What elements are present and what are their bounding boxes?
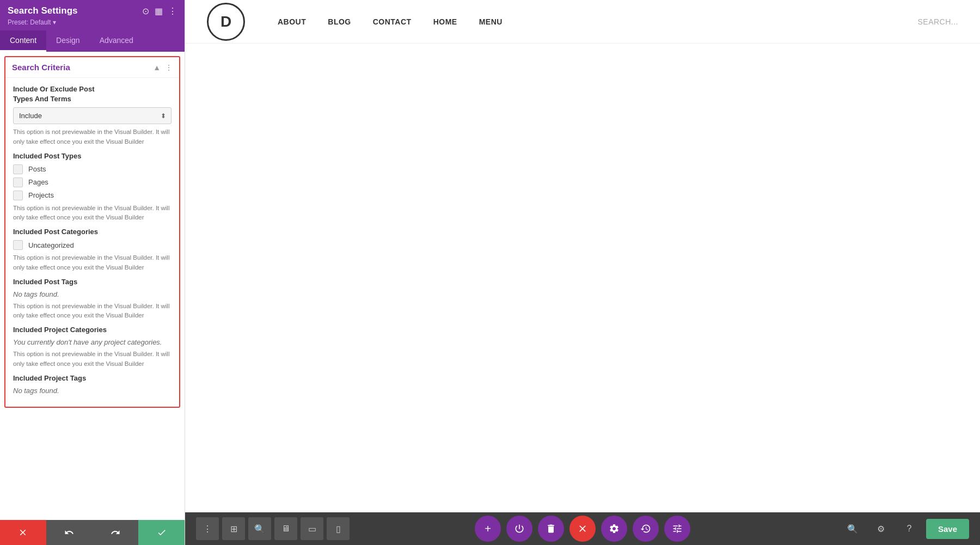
posts-checkbox[interactable] xyxy=(13,164,23,174)
power-button[interactable] xyxy=(506,516,532,542)
close-icon xyxy=(577,523,588,534)
bottom-center-tools: + xyxy=(475,516,690,542)
zoom-icon[interactable]: 🔍 xyxy=(841,517,864,540)
post-types-hint: This option is not previewable in the Vi… xyxy=(13,204,171,223)
sliders-icon xyxy=(672,523,683,534)
undo-button[interactable] xyxy=(46,520,93,545)
uncategorized-label: Uncategorized xyxy=(28,241,74,249)
power-icon xyxy=(514,523,525,534)
sidebar-content: Search Criteria ▲ ⋮ Include Or Exclude P… xyxy=(0,52,185,520)
project-tags-label: Included Project Tags xyxy=(13,374,171,382)
panel-header: Search Criteria ▲ ⋮ xyxy=(5,57,179,78)
project-tags-empty: No tags found. xyxy=(13,387,171,395)
projects-label: Projects xyxy=(28,191,54,199)
sidebar-tabs: Content Design Advanced xyxy=(0,30,185,52)
preview-area: D ABOUT BLOG CONTACT HOME MENU SEARCH...… xyxy=(185,0,980,545)
sidebar-header: Search Settings ⊙ ▦ ⋮ Preset: Default xyxy=(0,0,185,30)
collapse-panel-icon[interactable]: ▲ xyxy=(153,63,161,72)
post-categories-field: Included Post Categories Uncategorized T… xyxy=(13,228,171,272)
preset-selector[interactable]: Preset: Default xyxy=(8,19,177,26)
panel-title: Search Criteria xyxy=(12,63,70,72)
panel-options-icon[interactable]: ⋮ xyxy=(165,63,173,72)
post-categories-hint: This option is not previewable in the Vi… xyxy=(13,253,171,272)
config-icon[interactable]: ⚙ xyxy=(869,517,892,540)
cancel-button[interactable] xyxy=(0,520,46,545)
uncategorized-checkbox-row: Uncategorized xyxy=(13,240,171,250)
adjust-button[interactable] xyxy=(664,516,690,542)
nav-blog[interactable]: BLOG xyxy=(328,17,351,26)
project-tags-field: Included Project Tags No tags found. xyxy=(13,374,171,395)
pages-label: Pages xyxy=(28,178,48,186)
include-exclude-label-2: Types And Terms xyxy=(13,95,71,103)
delete-button[interactable] xyxy=(538,516,564,542)
preview-content xyxy=(185,44,980,512)
sidebar-footer xyxy=(0,520,185,545)
history-button[interactable] xyxy=(633,516,659,542)
tab-content[interactable]: Content xyxy=(0,30,46,52)
settings-button[interactable] xyxy=(601,516,627,542)
search-settings-icon[interactable]: ⊙ xyxy=(142,6,149,16)
toolbar-menu-icon[interactable]: ⋮ xyxy=(196,517,219,540)
toolbar-search-icon[interactable]: 🔍 xyxy=(248,517,271,540)
history-icon xyxy=(640,523,651,534)
include-exclude-field: Include Or Exclude Post Types And Terms … xyxy=(13,84,171,146)
footer-save-button[interactable] xyxy=(138,520,185,545)
toolbar-desktop-icon[interactable]: 🖥 xyxy=(274,517,297,540)
add-button[interactable]: + xyxy=(475,516,501,542)
layout-icon[interactable]: ▦ xyxy=(155,6,163,16)
preview-nav: D ABOUT BLOG CONTACT HOME MENU SEARCH... xyxy=(185,0,980,44)
include-exclude-label-1: Include Or Exclude Post xyxy=(13,85,95,93)
post-tags-field: Included Post Tags No tags found. This o… xyxy=(13,278,171,321)
sidebar-title: Search Settings xyxy=(8,5,78,16)
nav-links: ABOUT BLOG CONTACT HOME MENU SEARCH... xyxy=(278,17,958,26)
projects-checkbox-row: Projects xyxy=(13,191,171,200)
pages-checkbox-row: Pages xyxy=(13,177,171,187)
more-options-icon[interactable]: ⋮ xyxy=(168,6,177,16)
projects-checkbox[interactable] xyxy=(13,191,23,200)
uncategorized-checkbox[interactable] xyxy=(13,240,23,250)
undo-icon xyxy=(64,528,74,537)
toolbar-mobile-icon[interactable]: ▯ xyxy=(327,517,350,540)
redo-button[interactable] xyxy=(93,520,139,545)
checkmark-icon xyxy=(157,528,167,537)
project-categories-field: Included Project Categories You currentl… xyxy=(13,326,171,369)
post-tags-empty: No tags found. xyxy=(13,290,171,298)
site-logo: D xyxy=(207,3,245,41)
nav-search[interactable]: SEARCH... xyxy=(917,17,958,26)
nav-contact[interactable]: CONTACT xyxy=(373,17,412,26)
project-categories-empty: You currently don't have any project cat… xyxy=(13,338,171,346)
redo-icon xyxy=(111,528,120,537)
bottom-left-tools: ⋮ ⊞ 🔍 🖥 ▭ ▯ xyxy=(196,517,350,540)
include-exclude-hint: This option is not previewable in the Vi… xyxy=(13,127,171,146)
pages-checkbox[interactable] xyxy=(13,177,23,187)
close-button[interactable] xyxy=(569,516,596,542)
post-tags-label: Included Post Tags xyxy=(13,278,171,286)
tab-design[interactable]: Design xyxy=(46,30,90,52)
nav-menu[interactable]: MENU xyxy=(479,17,503,26)
trash-icon xyxy=(546,523,556,534)
bottom-right-tools: 🔍 ⚙ ? Save xyxy=(841,517,969,540)
posts-label: Posts xyxy=(28,165,46,173)
post-tags-hint: This option is not previewable in the Vi… xyxy=(13,302,171,321)
post-categories-label: Included Post Categories xyxy=(13,228,171,236)
post-types-field: Included Post Types Posts Pages Projects xyxy=(13,152,171,223)
nav-home[interactable]: HOME xyxy=(433,17,457,26)
settings-icon xyxy=(609,523,620,534)
toolbar-grid-icon[interactable]: ⊞ xyxy=(222,517,245,540)
bottom-toolbar: ⋮ ⊞ 🔍 🖥 ▭ ▯ + xyxy=(185,512,980,545)
post-types-label: Included Post Types xyxy=(13,152,171,160)
include-exclude-select[interactable]: Include Exclude xyxy=(13,107,171,124)
project-categories-label: Included Project Categories xyxy=(13,326,171,334)
nav-about[interactable]: ABOUT xyxy=(278,17,306,26)
posts-checkbox-row: Posts xyxy=(13,164,171,174)
sidebar: Search Settings ⊙ ▦ ⋮ Preset: Default Co… xyxy=(0,0,185,545)
toolbar-tablet-icon[interactable]: ▭ xyxy=(301,517,323,540)
tab-advanced[interactable]: Advanced xyxy=(90,30,143,52)
search-criteria-panel: Search Criteria ▲ ⋮ Include Or Exclude P… xyxy=(4,56,180,408)
save-button[interactable]: Save xyxy=(926,519,969,539)
logo-letter: D xyxy=(220,13,231,30)
panel-body: Include Or Exclude Post Types And Terms … xyxy=(5,78,179,407)
help-icon[interactable]: ? xyxy=(898,517,921,540)
cancel-icon xyxy=(18,528,28,537)
project-categories-hint: This option is not previewable in the Vi… xyxy=(13,350,171,369)
